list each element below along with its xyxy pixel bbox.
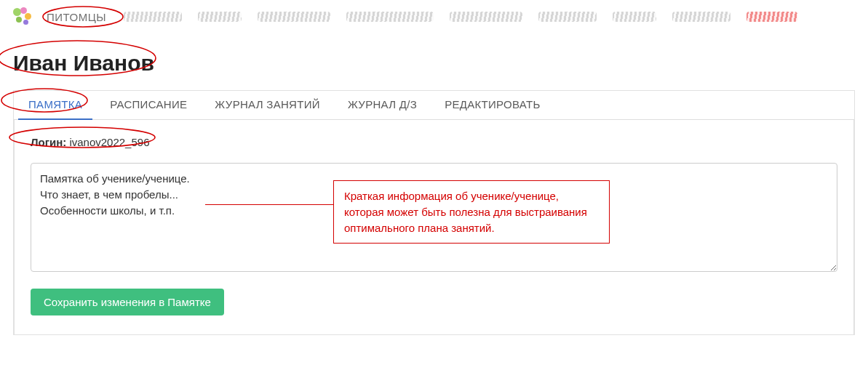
tab-memo[interactable]: ПАМЯТКА [18,91,92,119]
tab-edit[interactable]: РЕДАКТИРОВАТЬ [434,91,550,119]
tab-lessons[interactable]: ЖУРНАЛ ЗАНЯТИЙ [204,91,330,119]
nav-item-obscured[interactable] [613,12,656,22]
nav-item-logout-obscured[interactable] [746,12,797,22]
app-logo-icon [12,7,33,26]
login-label: Логин: [31,136,66,148]
login-value: ivanov2022_596 [69,136,149,148]
nav-item-obscured[interactable] [346,12,434,22]
save-memo-button[interactable]: Сохранить изменения в Памятке [31,289,224,315]
nav-item-obscured[interactable] [450,12,522,22]
nav-item-obscured[interactable] [258,12,330,22]
nav-item-obscured[interactable] [198,12,242,22]
annotation-hint-box: Краткая информация об ученике/ученице, к… [333,180,610,244]
page-title: Иван Иванов [13,51,855,76]
top-nav: ПИТОМЦЫ [0,0,868,32]
tab-homework[interactable]: ЖУРНАЛ Д/З [338,91,427,119]
login-row: Логин: ivanov2022_596 [31,136,837,148]
annotation-hint-text: Краткая информация об ученике/ученице, к… [344,190,587,234]
nav-item-obscured[interactable] [672,12,730,22]
nav-item-obscured[interactable] [124,12,182,22]
nav-pets[interactable]: ПИТОМЦЫ [41,8,112,26]
nav-item-obscured[interactable] [538,12,597,22]
annotation-connector-icon [205,204,333,205]
tab-schedule[interactable]: РАСПИСАНИЕ [100,91,197,119]
